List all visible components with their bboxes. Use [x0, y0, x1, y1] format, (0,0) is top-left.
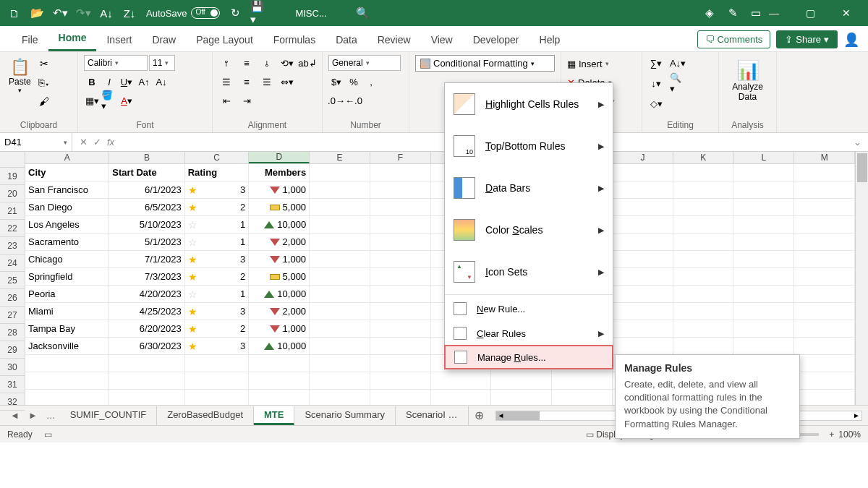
- cell[interactable]: [613, 251, 673, 268]
- cell[interactable]: Tampa Bay: [25, 320, 109, 338]
- menu-tab-page-layout[interactable]: Page Layout: [186, 28, 263, 51]
- cell[interactable]: ☆1: [185, 234, 250, 251]
- row-header[interactable]: 22: [0, 220, 25, 237]
- align-middle-icon[interactable]: ≡: [239, 55, 255, 71]
- cell[interactable]: 6/20/2023: [109, 320, 184, 338]
- cell[interactable]: [673, 251, 734, 268]
- cell[interactable]: ★3: [185, 303, 250, 320]
- cell[interactable]: ☆1: [185, 286, 250, 303]
- cell[interactable]: Rating: [185, 164, 250, 181]
- cell[interactable]: [249, 372, 310, 390]
- cell[interactable]: [25, 372, 109, 390]
- italic-button[interactable]: I: [101, 74, 117, 90]
- cell[interactable]: [794, 164, 855, 181]
- redo-icon[interactable]: ↷▾: [75, 5, 91, 21]
- cell[interactable]: [733, 338, 794, 355]
- cell[interactable]: [310, 372, 370, 390]
- cell[interactable]: [673, 199, 734, 216]
- cell[interactable]: [370, 303, 431, 320]
- minimize-button[interactable]: —: [764, 7, 784, 19]
- cell[interactable]: Peoria: [25, 286, 109, 303]
- cell[interactable]: [794, 234, 855, 251]
- new-file-icon[interactable]: 🗋: [6, 5, 22, 21]
- cell[interactable]: Miami: [25, 303, 109, 320]
- cell[interactable]: Chicago: [25, 251, 109, 268]
- cell[interactable]: [491, 390, 552, 405]
- cell[interactable]: 10,000: [249, 216, 310, 234]
- font-color-icon[interactable]: A▾: [119, 93, 135, 108]
- cell[interactable]: [185, 355, 250, 372]
- cf-menu-color-scales[interactable]: Color Scales ▶: [445, 209, 613, 251]
- insert-cells-button[interactable]: ▦Insert▾: [567, 55, 636, 72]
- zoom-in-button[interactable]: +: [825, 429, 838, 440]
- align-top-icon[interactable]: ⫯: [218, 55, 234, 71]
- cell[interactable]: Jacksonville: [25, 338, 109, 355]
- fx-icon[interactable]: fx: [107, 137, 114, 147]
- column-header-L[interactable]: L: [734, 152, 795, 163]
- cell[interactable]: [794, 355, 855, 372]
- clear-icon[interactable]: ◇▾: [648, 95, 664, 111]
- cell[interactable]: [310, 320, 370, 338]
- cell[interactable]: [370, 390, 431, 405]
- cell[interactable]: [552, 390, 613, 405]
- cell[interactable]: [249, 390, 310, 405]
- cell[interactable]: [673, 268, 734, 286]
- cell[interactable]: [733, 181, 794, 199]
- cell[interactable]: 6/5/2023: [109, 199, 184, 216]
- select-all-corner[interactable]: [0, 152, 25, 168]
- cell[interactable]: [552, 372, 613, 390]
- cell[interactable]: 5/1/2023: [109, 234, 184, 251]
- cell[interactable]: [25, 390, 109, 405]
- cell[interactable]: [794, 268, 855, 286]
- row-header[interactable]: 26: [0, 289, 25, 307]
- row-header[interactable]: 23: [0, 237, 25, 254]
- column-header-K[interactable]: K: [673, 152, 734, 163]
- cell[interactable]: [613, 268, 673, 286]
- increase-decimal-icon[interactable]: .0→: [328, 93, 344, 108]
- row-header[interactable]: 29: [0, 341, 25, 359]
- column-header-M[interactable]: M: [794, 152, 855, 163]
- cell[interactable]: ★3: [185, 338, 250, 355]
- cell[interactable]: [310, 355, 370, 372]
- sheet-tab[interactable]: SUMIF_COUNTIF: [60, 406, 157, 425]
- cell[interactable]: [109, 390, 184, 405]
- cell[interactable]: [370, 338, 431, 355]
- cell[interactable]: [310, 181, 370, 199]
- cell[interactable]: [310, 338, 370, 355]
- cf-menu-data-bars[interactable]: Data Bars ▶: [445, 167, 613, 209]
- cell[interactable]: [673, 216, 734, 234]
- cell[interactable]: [613, 199, 673, 216]
- cell[interactable]: [25, 355, 109, 372]
- cell[interactable]: 5,000: [249, 268, 310, 286]
- cell[interactable]: [613, 164, 673, 181]
- cell[interactable]: 1,000: [249, 320, 310, 338]
- diamond-icon[interactable]: ◈: [702, 5, 718, 21]
- cell[interactable]: ★2: [185, 320, 250, 338]
- copy-icon[interactable]: ⎘▾: [37, 75, 51, 90]
- merge-icon[interactable]: ⇔▾: [279, 74, 295, 90]
- cell[interactable]: [673, 320, 734, 338]
- cell[interactable]: 5/10/2023: [109, 216, 184, 234]
- cell[interactable]: [733, 286, 794, 303]
- column-header-J[interactable]: J: [613, 152, 673, 163]
- font-size-combo[interactable]: 11▾: [149, 55, 175, 71]
- menu-tab-insert[interactable]: Insert: [96, 28, 142, 51]
- align-left-icon[interactable]: ☰: [218, 74, 234, 90]
- cell[interactable]: Members: [249, 164, 310, 181]
- cell[interactable]: [249, 355, 310, 372]
- row-header[interactable]: 27: [0, 307, 25, 324]
- macro-record-icon[interactable]: ▭: [40, 429, 56, 440]
- name-box[interactable]: D41▾: [0, 133, 72, 151]
- cell[interactable]: ☆1: [185, 216, 250, 234]
- cell[interactable]: [733, 216, 794, 234]
- comma-icon[interactable]: ,: [363, 74, 379, 90]
- column-header-E[interactable]: E: [310, 152, 370, 163]
- cf-menu-new-rule[interactable]: New Rule...: [445, 296, 613, 321]
- border-icon[interactable]: ▦▾: [84, 93, 100, 108]
- cell[interactable]: [794, 199, 855, 216]
- cell[interactable]: [794, 338, 855, 355]
- cell[interactable]: [673, 338, 734, 355]
- open-file-icon[interactable]: 📂: [29, 5, 45, 21]
- cell[interactable]: [794, 390, 855, 405]
- cell[interactable]: [431, 390, 492, 405]
